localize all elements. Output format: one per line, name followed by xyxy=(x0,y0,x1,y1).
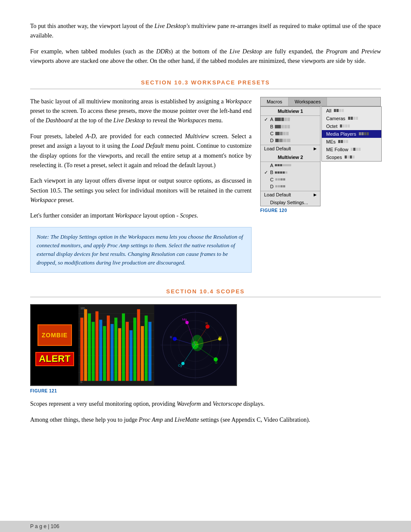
submenu-scopes[interactable]: Scopes xyxy=(322,153,381,161)
mv2-preset-b-label: B xyxy=(270,170,273,175)
svg-text:Cy: Cy xyxy=(178,364,182,368)
mv2-preset-a[interactable]: A xyxy=(261,162,320,169)
svg-rect-10 xyxy=(84,309,87,381)
svg-rect-24 xyxy=(137,309,140,381)
section104-para1: Scopes represent a very useful monitorin… xyxy=(30,399,381,409)
submenu-scopes-label: Scopes xyxy=(326,155,342,160)
svg-text:100-: 100- xyxy=(80,307,85,310)
mv2-preset-d[interactable]: D xyxy=(261,183,320,190)
load-default-1-label: Load Default xyxy=(264,146,291,151)
preset-d-label: D xyxy=(270,138,274,143)
svg-rect-25 xyxy=(141,326,144,381)
check-mv2-b: ✓ xyxy=(264,170,268,175)
submenu-cameras[interactable]: Cameras xyxy=(322,115,381,122)
svg-text:0-: 0- xyxy=(80,380,82,383)
section104-para2: Among other things, these help you to ju… xyxy=(30,415,381,425)
section103-header: SECTION 10.3 WORKSPACE PRESETS xyxy=(30,79,381,89)
page-label: P a g e | 106 xyxy=(30,523,59,529)
submenu-mefollow-icon xyxy=(351,148,361,151)
mv1-preset-c[interactable]: C xyxy=(261,130,320,137)
mv2-preset-c[interactable]: C xyxy=(261,176,320,183)
svg-rect-27 xyxy=(149,322,152,381)
submenu-all[interactable]: All xyxy=(322,107,381,115)
section104-header: SECTION 10.4 SCOPES xyxy=(30,288,381,297)
check-a: ✓ xyxy=(264,117,268,122)
svg-text:B: B xyxy=(170,335,172,339)
section103-para2: Four presets, labeled A-D, are provided … xyxy=(30,132,252,171)
display-settings-label: Display Settings... xyxy=(270,200,308,205)
note-box: Note: The Display Settings option in the… xyxy=(30,227,252,273)
vectorscope-panel: R Yl G Cy B Mg xyxy=(154,305,236,385)
check-b xyxy=(264,124,268,129)
check-c xyxy=(264,131,268,136)
figure120-caption: FIGURE 120 xyxy=(260,208,381,213)
load-default-2-label: Load Default xyxy=(264,192,291,197)
submenu-cameras-label: Cameras xyxy=(326,116,346,121)
load-default-1-arrow: ▶ xyxy=(314,146,317,151)
submenu-mes[interactable]: MEs xyxy=(322,138,381,146)
svg-rect-15 xyxy=(103,326,106,381)
mv2-preset-b[interactable]: ✓ B xyxy=(261,169,320,176)
svg-rect-16 xyxy=(107,316,110,381)
mv1-preset-b[interactable]: B xyxy=(261,123,320,130)
submenu-mefollow[interactable]: ME Follow xyxy=(322,146,381,153)
page: To put this another way, the viewport la… xyxy=(0,0,411,452)
mv2-preset-d-label: D xyxy=(270,184,274,189)
section104-title: SECTION 10.4 SCOPES xyxy=(166,288,245,295)
workspaces-menu: Macros Workspaces Multiview 1 ✓ A xyxy=(260,97,381,213)
submenu-octet-icon xyxy=(340,124,350,128)
svg-rect-22 xyxy=(130,330,133,381)
svg-rect-13 xyxy=(96,311,99,381)
submenu-mefollow-label: ME Follow xyxy=(326,147,348,152)
input-submenu-panel: All Cameras xyxy=(321,106,382,162)
mv1-preset-d[interactable]: D xyxy=(261,137,320,144)
section103-para1: The basic layout of all multiview monito… xyxy=(30,97,252,126)
svg-rect-12 xyxy=(92,322,95,381)
alert-panel: ZOMBIE ALERT xyxy=(31,305,78,385)
submenu-mediaplayers-icon xyxy=(359,132,369,135)
intro-para2: For example, when tabbed modules (such a… xyxy=(30,47,381,66)
section103-para3: Each viewport in any layout offers diver… xyxy=(30,176,252,205)
submenu-octet[interactable]: Octet xyxy=(322,122,381,130)
submenu-mes-icon xyxy=(338,140,348,143)
macros-tab[interactable]: Macros xyxy=(261,97,289,106)
vectorscope-svg: R Yl G Cy B Mg xyxy=(154,305,236,385)
svg-text:Mg: Mg xyxy=(182,317,187,321)
menu-tabs-bar[interactable]: Macros Workspaces xyxy=(260,97,381,106)
load-default-2-arrow: ▶ xyxy=(314,193,317,197)
workspaces-tab[interactable]: Workspaces xyxy=(289,97,327,106)
mv1-preset-a[interactable]: ✓ A xyxy=(261,116,320,123)
preset-a-label: A xyxy=(270,117,273,122)
submenu-mediaplayers-label: Media Players xyxy=(326,131,356,137)
figure120-col: Macros Workspaces Multiview 1 ✓ A xyxy=(260,97,381,213)
mv2-preset-a-icon xyxy=(275,164,291,166)
section103-title: SECTION 10.3 WORKSPACE PRESETS xyxy=(141,79,270,86)
scopes-figure: ZOMBIE ALERT xyxy=(30,304,237,386)
mv2-preset-d-icon xyxy=(275,185,285,187)
check-mv2-d xyxy=(264,184,268,189)
display-settings[interactable]: Display Settings... xyxy=(261,199,320,206)
workspaces-menu-panel: Multiview 1 ✓ A xyxy=(260,106,321,206)
submenu-mes-label: MEs xyxy=(326,139,336,144)
mv1-load-default[interactable]: Load Default ▶ xyxy=(261,145,320,152)
svg-rect-11 xyxy=(88,314,91,381)
preset-c-label: C xyxy=(270,131,274,136)
submenu-octet-label: Octet xyxy=(326,124,337,129)
note-text: Note: The Display Settings option in the… xyxy=(37,233,243,266)
submenu-scopes-icon xyxy=(345,156,355,159)
svg-text:Yl: Yl xyxy=(218,335,221,339)
preset-b-icon xyxy=(275,125,290,128)
svg-rect-21 xyxy=(126,322,129,381)
submenu-mediaplayers[interactable]: Media Players xyxy=(322,130,381,138)
section103-text: The basic layout of all multiview monito… xyxy=(30,97,252,278)
svg-rect-9 xyxy=(80,318,83,381)
preset-d-icon xyxy=(275,139,290,142)
mv2-load-default[interactable]: Load Default ▶ xyxy=(261,191,320,198)
svg-rect-14 xyxy=(99,320,102,381)
svg-text:G: G xyxy=(215,361,218,364)
figure121-caption: FIGURE 121 xyxy=(30,389,381,393)
submenu-cameras-icon xyxy=(348,117,358,120)
mv2-preset-a-label: A xyxy=(270,163,273,168)
multiview1-title: Multiview 1 xyxy=(261,107,320,116)
check-mv2-c xyxy=(264,177,268,182)
